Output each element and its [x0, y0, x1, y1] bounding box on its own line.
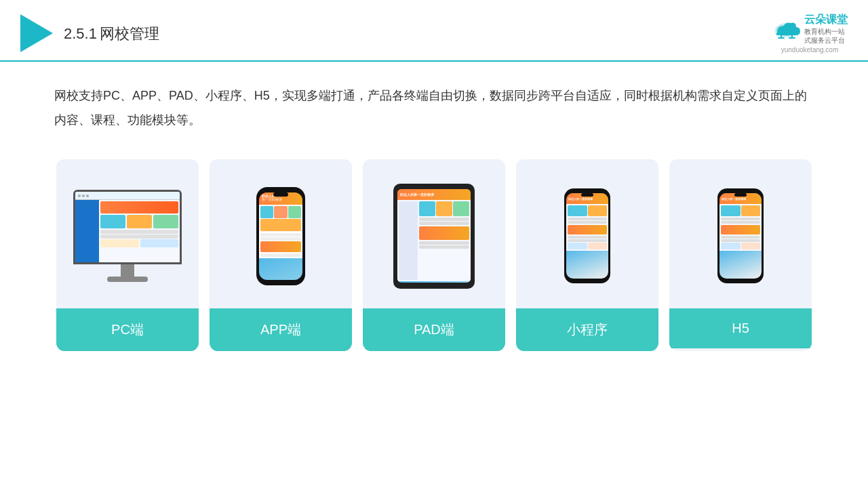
card-miniapp-label: 小程序	[516, 308, 658, 351]
card-h5-label: H5	[669, 308, 812, 348]
miniapp-phone-icon: 职达人的一堂职推课	[564, 188, 610, 283]
header-left: 2.5.1网校管理	[20, 14, 162, 52]
card-h5: 职达人的一堂职推课	[669, 159, 812, 351]
cards-container: PC端 职达人的 第一堂职推课	[0, 146, 868, 371]
card-pc-image	[56, 159, 199, 308]
card-pad-image: 职达人的第一堂职推课	[363, 159, 505, 308]
description-text: 网校支持PC、APP、PAD、小程序、H5，实现多端打通，产品各终端自由切换，数…	[0, 62, 868, 146]
brand-triangle-icon	[20, 14, 53, 52]
card-miniapp: 职达人的一堂职推课	[516, 159, 658, 351]
header: 2.5.1网校管理 云朵课堂 教育机构一站 式服务云平台 yunduoketan…	[0, 0, 868, 62]
app-phone-icon: 职达人的 第一堂职推课	[256, 187, 305, 285]
card-app: 职达人的 第一堂职推课	[210, 159, 352, 351]
cloud-logo-group: 云朵课堂 教育机构一站 式服务云平台	[772, 12, 848, 45]
logo-text: 云朵课堂 教育机构一站 式服务云平台	[804, 12, 848, 45]
card-pc: PC端	[56, 159, 199, 351]
pad-tablet-icon: 职达人的第一堂职推课	[393, 184, 475, 289]
card-pad-label: PAD端	[363, 308, 505, 351]
h5-phone-icon: 职达人的一堂职推课	[717, 188, 764, 283]
card-app-image: 职达人的 第一堂职推课	[210, 159, 352, 308]
cloud-icon	[772, 18, 802, 39]
card-pc-label: PC端	[56, 308, 199, 351]
card-pad: 职达人的第一堂职推课	[363, 159, 505, 351]
card-miniapp-image: 职达人的一堂职推课	[516, 159, 658, 308]
pc-monitor-icon	[73, 190, 182, 282]
card-app-label: APP端	[210, 308, 352, 351]
page-title: 2.5.1网校管理	[64, 22, 162, 44]
company-logo: 云朵课堂 教育机构一站 式服务云平台 yunduoketang.com	[772, 12, 848, 54]
card-h5-image: 职达人的一堂职推课	[669, 159, 812, 308]
